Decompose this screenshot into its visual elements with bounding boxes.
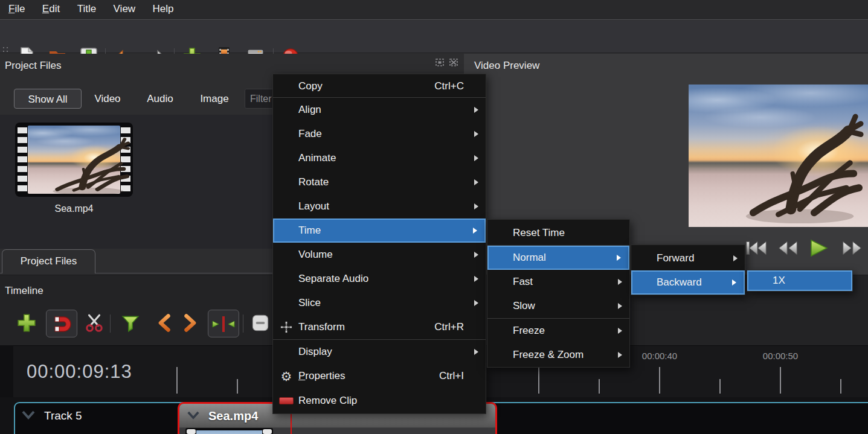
submenu-arrow-icon bbox=[618, 352, 622, 358]
rewind-button[interactable] bbox=[776, 239, 799, 257]
menu-item-label: Slow bbox=[513, 300, 535, 312]
razor-tool-button[interactable] bbox=[82, 311, 106, 336]
ruler-label-50s: 00:00:50 bbox=[756, 351, 805, 361]
project-files-panel-title: Project Files bbox=[5, 60, 62, 72]
menu-help[interactable]: Help bbox=[147, 0, 180, 18]
clip-name-label: Sea.mp4 bbox=[208, 409, 258, 423]
menu-item-time[interactable]: Time bbox=[273, 219, 486, 243]
fast-forward-button[interactable] bbox=[841, 239, 864, 257]
add-track-button[interactable] bbox=[14, 311, 39, 336]
menu-item-transform[interactable]: Transform Ctrl+R bbox=[273, 315, 486, 339]
submenu-arrow-icon bbox=[733, 255, 738, 261]
add-marker-button[interactable] bbox=[118, 311, 143, 336]
tab-project-files[interactable]: Project Files bbox=[2, 249, 95, 273]
menu-item-label: Fade bbox=[298, 128, 322, 140]
menu-item-layout[interactable]: Layout bbox=[273, 194, 486, 219]
menu-item-animate[interactable]: Animate bbox=[273, 146, 486, 170]
clip-thumbnail-filmstrip bbox=[185, 428, 273, 434]
menu-item-fast[interactable]: Fast bbox=[487, 270, 629, 294]
menu-view[interactable]: View bbox=[108, 0, 142, 18]
ruler-tick bbox=[176, 367, 178, 394]
previous-marker-button[interactable] bbox=[150, 311, 174, 336]
menu-item-slow[interactable]: Slow bbox=[487, 294, 629, 318]
submenu-arrow-icon bbox=[474, 300, 478, 306]
track-name-label: Track 5 bbox=[44, 409, 82, 423]
filter-show-all-button[interactable]: Show All bbox=[14, 89, 82, 109]
zoom-out-button[interactable] bbox=[249, 311, 272, 336]
play-button[interactable] bbox=[807, 239, 830, 257]
submenu-arrow-icon bbox=[474, 131, 478, 137]
fast-forward-icon bbox=[841, 239, 864, 257]
menu-bar: File Edit Title View Help bbox=[0, 0, 868, 20]
menu-item-backward[interactable]: Backward bbox=[631, 270, 745, 295]
snapping-toggle-button[interactable] bbox=[46, 310, 77, 337]
backward-submenu: 1X bbox=[747, 270, 853, 292]
track-collapse-chevron-icon[interactable] bbox=[21, 410, 36, 420]
menu-item-label: Forward bbox=[657, 252, 694, 264]
menu-item-label: Freeze & Zoom bbox=[513, 349, 583, 361]
menu-item-forward[interactable]: Forward bbox=[631, 246, 745, 270]
menu-item-remove-clip[interactable]: Remove Clip bbox=[273, 388, 486, 413]
clip-thumbnail-image bbox=[196, 430, 262, 434]
menu-item-shortcut: Ctrl+I bbox=[439, 370, 480, 382]
menu-title[interactable]: Title bbox=[71, 0, 103, 18]
menu-item-fade[interactable]: Fade bbox=[273, 122, 486, 146]
float-panel-icon[interactable] bbox=[435, 58, 445, 67]
menu-item-shortcut: Ctrl+R bbox=[434, 321, 480, 333]
filmstrip-sprocket bbox=[187, 429, 196, 434]
gear-icon: ⚙ bbox=[279, 369, 294, 383]
timeline-toolbar-separator bbox=[243, 314, 243, 333]
next-marker-button[interactable] bbox=[181, 311, 205, 336]
menu-item-properties[interactable]: ⚙ Properties Ctrl+I bbox=[273, 364, 486, 388]
menu-item-label: Copy bbox=[298, 80, 323, 92]
menu-item-label: Animate bbox=[298, 152, 336, 164]
menu-item-shortcut: Ctrl+C bbox=[434, 80, 480, 92]
menu-item-volume[interactable]: Volume bbox=[273, 243, 486, 267]
submenu-arrow-icon bbox=[617, 255, 621, 261]
menu-item-label: Display bbox=[298, 346, 332, 358]
zoom-out-icon bbox=[249, 312, 271, 334]
menu-item-freeze[interactable]: Freeze bbox=[487, 319, 629, 343]
filter-image-button[interactable]: Image bbox=[192, 89, 237, 109]
menu-file[interactable]: File bbox=[2, 0, 31, 18]
submenu-arrow-icon bbox=[618, 303, 622, 309]
menu-item-label: Transform bbox=[298, 321, 345, 333]
menu-item-label: Align bbox=[298, 104, 321, 116]
ruler-tick bbox=[840, 379, 841, 394]
playhead-timestamp: 00:00:09:13 bbox=[27, 361, 132, 383]
menu-item-normal[interactable]: Normal bbox=[487, 246, 629, 270]
submenu-arrow-icon bbox=[474, 107, 478, 113]
menu-item-rotate[interactable]: Rotate bbox=[273, 170, 486, 194]
video-preview-frame[interactable] bbox=[689, 85, 868, 227]
menu-item-display[interactable]: Display bbox=[273, 340, 486, 364]
jump-to-start-button[interactable] bbox=[745, 239, 768, 257]
menu-item-label: Fast bbox=[513, 276, 533, 288]
ruler-tick bbox=[659, 367, 660, 394]
menu-item-copy[interactable]: Copy Ctrl+C bbox=[273, 75, 486, 97]
submenu-arrow-icon bbox=[474, 276, 478, 282]
clip-context-menu: Copy Ctrl+C Align Fade Animate Rotate La… bbox=[272, 74, 486, 414]
menu-item-slice[interactable]: Slice bbox=[273, 291, 486, 315]
menu-item-label: Time bbox=[298, 225, 321, 237]
menu-edit[interactable]: Edit bbox=[36, 0, 66, 18]
sea-thumbnail-image bbox=[28, 126, 120, 194]
clip-collapse-chevron-icon[interactable] bbox=[187, 411, 200, 420]
menu-item-label: Backward bbox=[657, 276, 702, 289]
menu-item-freeze-zoom[interactable]: Freeze & Zoom bbox=[487, 343, 629, 367]
previous-marker-icon bbox=[151, 312, 173, 334]
menu-item-separate-audio[interactable]: Separate Audio bbox=[273, 267, 486, 291]
file-thumbnail-sea-mp4[interactable] bbox=[15, 123, 133, 197]
menu-item-label: Remove Clip bbox=[298, 395, 357, 407]
menu-item-align[interactable]: Align bbox=[273, 98, 486, 122]
filter-video-button[interactable]: Video bbox=[86, 89, 129, 109]
ruler-label-40s: 00:00:40 bbox=[635, 351, 684, 361]
filter-audio-button[interactable]: Audio bbox=[138, 89, 182, 109]
time-submenu: Reset Time Normal Fast Slow Freeze Freez… bbox=[487, 219, 630, 368]
close-panel-icon[interactable] bbox=[449, 58, 458, 67]
menu-item-reset-time[interactable]: Reset Time bbox=[487, 221, 629, 245]
menu-item-label: Reset Time bbox=[513, 227, 565, 239]
timeline-panel-title: Timeline bbox=[5, 285, 43, 297]
menu-item-1x[interactable]: 1X bbox=[747, 270, 852, 291]
center-playhead-button[interactable] bbox=[208, 310, 239, 337]
center-playhead-icon bbox=[210, 314, 237, 334]
